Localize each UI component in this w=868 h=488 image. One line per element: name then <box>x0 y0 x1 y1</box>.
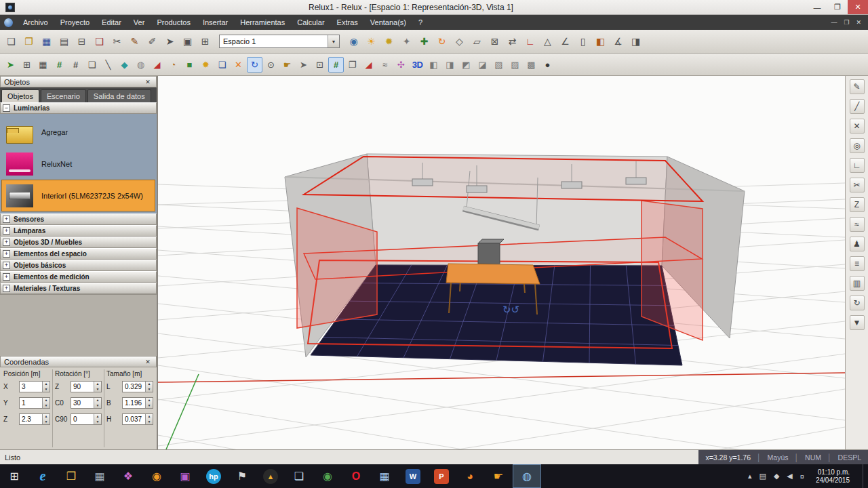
export-pdf-icon[interactable]: ❑ <box>91 33 108 50</box>
mdi-close-button[interactable]: ✕ <box>856 19 861 26</box>
scale-tool-icon[interactable]: ◇ <box>451 33 468 50</box>
mirror-tool-icon[interactable]: ⇄ <box>504 33 521 50</box>
triangle-tool-icon[interactable]: △ <box>539 33 556 50</box>
section-luminarias[interactable]: − Luminarias <box>0 102 157 114</box>
expand-icon[interactable]: + <box>3 262 10 269</box>
spin-up-icon[interactable]: ▲ <box>43 382 50 387</box>
view-cube-3-icon[interactable]: ◩ <box>458 57 474 73</box>
pan-hand-icon[interactable]: ☛ <box>279 57 295 73</box>
section-materiales-texturas[interactable]: + Materiales / Texturas <box>0 283 157 294</box>
spin-up-icon[interactable]: ▲ <box>146 398 153 403</box>
expand-icon[interactable]: + <box>3 239 10 246</box>
expand-icon[interactable]: + <box>3 216 10 223</box>
green-cube-icon[interactable]: ■ <box>182 57 197 73</box>
spin-down-icon[interactable]: ▼ <box>94 403 101 409</box>
media-player-icon[interactable]: ◉ <box>142 464 171 488</box>
tray-input-icon[interactable]: ¤ <box>800 472 804 481</box>
spin-down-icon[interactable]: ▼ <box>43 420 50 425</box>
spin-down-icon[interactable]: ▼ <box>43 387 50 392</box>
scroll-down-icon[interactable]: ▼ <box>850 315 865 330</box>
spin-up-icon[interactable]: ▲ <box>94 382 101 387</box>
spin-down-icon[interactable]: ▼ <box>43 403 50 409</box>
save-icon[interactable]: ▦ <box>38 33 55 50</box>
view-cube-5-icon[interactable]: ▧ <box>491 57 507 73</box>
section-sensores[interactable]: + Sensores <box>0 214 157 225</box>
material-tool-icon[interactable]: ◧ <box>592 33 609 50</box>
pen-icon[interactable]: ✎ <box>126 33 143 50</box>
photo-app-icon[interactable]: ❖ <box>114 464 142 488</box>
combo-dropdown-icon[interactable]: ▼ <box>328 35 339 47</box>
tray-expand-icon[interactable]: ▴ <box>748 472 752 481</box>
calculator-icon[interactable]: ▦ <box>370 464 399 488</box>
notes-app-icon[interactable]: ❏ <box>285 464 313 488</box>
collapse-icon[interactable]: − <box>3 104 10 112</box>
menu-ventanas[interactable]: Ventana(s) <box>364 15 412 30</box>
print-icon[interactable]: ▤ <box>56 33 73 50</box>
spin-down-icon[interactable]: ▼ <box>94 420 101 425</box>
view-cube-2-icon[interactable]: ◨ <box>442 57 458 73</box>
tab-escenario[interactable]: Escenario <box>41 89 86 102</box>
delete-tool-icon[interactable]: ✕ <box>850 119 865 134</box>
luminaire-interior-item[interactable]: InteriorI (5LM62372JS 2x54W) <box>1 180 155 211</box>
spin-up-icon[interactable]: ▲ <box>43 398 50 403</box>
reluxnet-item[interactable]: ReluxNet <box>1 148 155 180</box>
spin-up-icon[interactable]: ▲ <box>146 382 153 387</box>
powerpoint-icon[interactable]: P <box>427 464 456 488</box>
view-cube-6-icon[interactable]: ▨ <box>507 57 523 73</box>
tray-volume-icon[interactable]: ◀ <box>787 472 792 481</box>
tray-app-icon[interactable]: ▤ <box>759 472 766 481</box>
bulb-icon[interactable]: ✹ <box>198 57 214 73</box>
maximize-button[interactable]: ❐ <box>827 0 848 14</box>
tab-objetos[interactable]: Objetos <box>1 89 39 102</box>
cube-teal-icon[interactable]: ◆ <box>117 57 132 73</box>
pencil-tool-icon[interactable]: ✎ <box>850 79 865 94</box>
firefox-icon[interactable]: ◕ <box>456 464 484 488</box>
line-tool-icon[interactable]: ╱ <box>850 99 865 114</box>
menu-extras[interactable]: Extras <box>331 15 364 30</box>
opera-icon[interactable]: O <box>342 464 370 488</box>
menu-editar[interactable]: Editar <box>96 15 127 30</box>
copy-icon[interactable]: ▣ <box>179 33 196 50</box>
daylight-icon[interactable]: ☀ <box>363 33 380 50</box>
red-surface-icon[interactable]: ◢ <box>361 57 376 73</box>
corner-snap-tool-icon[interactable]: ∟ <box>850 158 865 173</box>
spin-up-icon[interactable]: ▲ <box>94 414 101 420</box>
wave-tool-icon[interactable]: ≈ <box>850 217 865 232</box>
menu-productos[interactable]: Productos <box>151 15 197 30</box>
table-grid-icon[interactable]: ▦ <box>35 57 51 73</box>
hash-copy-icon[interactable]: # <box>68 57 83 73</box>
spin-down-icon[interactable]: ▼ <box>146 420 153 425</box>
screen-share-icon[interactable]: ▣ <box>171 464 199 488</box>
view-cube-1-icon[interactable]: ◧ <box>426 57 441 73</box>
expand-icon[interactable]: + <box>3 227 10 235</box>
zoom-window-icon[interactable]: ⊡ <box>312 57 328 73</box>
spotlight-icon[interactable]: ✹ <box>380 33 397 50</box>
close-button[interactable]: ✕ <box>848 0 868 14</box>
hp-support-icon[interactable]: hp <box>199 464 228 488</box>
spin-up-icon[interactable]: ▲ <box>94 398 101 403</box>
export-doc-icon[interactable]: ❏ <box>214 57 230 73</box>
antivirus-icon[interactable]: ▲ <box>256 464 285 488</box>
spin-up-icon[interactable]: ▲ <box>146 414 153 420</box>
spin-down-icon[interactable]: ▼ <box>94 387 101 392</box>
corner-tool-icon[interactable]: ∟ <box>521 33 538 50</box>
lamp-icon[interactable]: ✦ <box>398 33 415 50</box>
render-icon[interactable]: ◉ <box>345 33 362 50</box>
view-cube-4-icon[interactable]: ◪ <box>475 57 490 73</box>
list-tool-icon[interactable]: ≡ <box>850 256 865 271</box>
chrome-icon[interactable]: ◉ <box>313 464 342 488</box>
view-cube-7-icon[interactable]: ▩ <box>524 57 539 73</box>
diagonal-line-icon[interactable]: ╲ <box>100 57 116 73</box>
expand-icon[interactable]: + <box>3 273 10 281</box>
freehand-icon[interactable]: ✐ <box>144 33 161 50</box>
space-selector[interactable]: Espacio 1 ▼ <box>219 35 340 48</box>
file-explorer-icon[interactable]: ❒ <box>57 464 85 488</box>
cut-icon[interactable]: ✂ <box>108 33 125 50</box>
pointer-app-icon[interactable]: ☛ <box>484 464 513 488</box>
rotate-tool-icon[interactable]: ↻ <box>433 33 450 50</box>
coordinates-panel-close-icon[interactable]: ✕ <box>143 359 153 365</box>
spin-down-icon[interactable]: ▼ <box>146 403 153 409</box>
cursor-icon[interactable]: ➤ <box>296 57 311 73</box>
rotate-view-icon[interactable]: ↻ <box>247 57 262 73</box>
paste-icon[interactable]: ⊞ <box>197 33 214 50</box>
